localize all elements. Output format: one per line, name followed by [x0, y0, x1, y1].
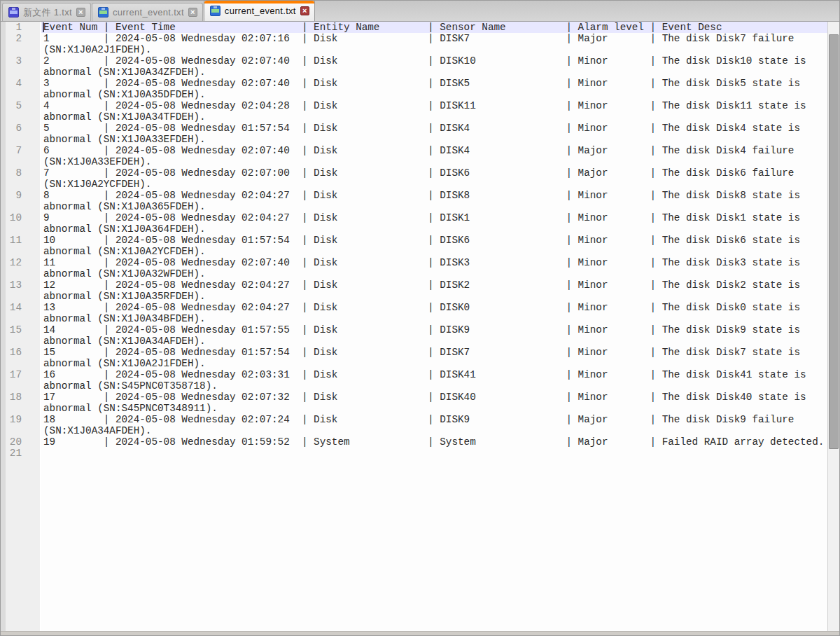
line-number: 13 — [1, 279, 41, 302]
editor-line[interactable]: 1918 | 2024-05-08 Wednesday 02:07:24 | D… — [1, 414, 827, 436]
tab-new-file-1[interactable]: 新文件 1.txt × — [2, 3, 91, 21]
tab-current-event-1[interactable]: current_event.txt × — [92, 3, 203, 21]
line-number: 21 — [1, 448, 41, 459]
editor-line[interactable]: 2019 | 2024-05-08 Wednesday 01:59:52 | S… — [1, 436, 827, 448]
line-number: 4 — [1, 78, 41, 100]
close-icon[interactable]: × — [300, 6, 309, 15]
editor-line[interactable]: 1211 | 2024-05-08 Wednesday 02:07:40 | D… — [1, 257, 827, 279]
editor-line[interactable]: 32 | 2024-05-08 Wednesday 02:07:40 | Dis… — [1, 55, 827, 78]
editor-line[interactable]: 1110 | 2024-05-08 Wednesday 01:57:54 | D… — [1, 235, 827, 257]
editor-line-text[interactable]: 8 | 2024-05-08 Wednesday 02:04:27 | Disk… — [41, 190, 827, 212]
editor-line-text[interactable]: 14 | 2024-05-08 Wednesday 01:57:55 | Dis… — [41, 324, 827, 347]
tab-current-event-2-active[interactable]: current_event.txt × — [204, 0, 315, 21]
editor-line-text[interactable]: 3 | 2024-05-08 Wednesday 02:07:40 | Disk… — [41, 78, 827, 100]
scrollbar-thumb[interactable] — [829, 34, 839, 449]
active-tab-accent-bar — [204, 1, 314, 4]
editor-empty-space[interactable] — [1, 459, 827, 631]
line-number: 17 — [1, 369, 41, 392]
line-number: 20 — [1, 436, 41, 448]
line-number: 3 — [1, 55, 41, 78]
line-number: 8 — [1, 167, 41, 190]
window-bottom-edge — [1, 631, 839, 635]
editor-line-text[interactable]: Event Num | Event Time | Entity Name | S… — [41, 22, 827, 33]
editor-line[interactable]: 98 | 2024-05-08 Wednesday 02:04:27 | Dis… — [1, 190, 827, 212]
vertical-scrollbar[interactable] — [827, 22, 839, 631]
tab-label: 新文件 1.txt — [23, 6, 72, 19]
editor-line[interactable]: 1615 | 2024-05-08 Wednesday 01:57:54 | D… — [1, 347, 827, 369]
editor-line[interactable]: 109 | 2024-05-08 Wednesday 02:04:27 | Di… — [1, 212, 827, 235]
editor-line[interactable]: 1716 | 2024-05-08 Wednesday 02:03:31 | D… — [1, 369, 827, 392]
editor-empty-text[interactable] — [41, 459, 827, 631]
editor-line-text[interactable]: 5 | 2024-05-08 Wednesday 01:57:54 | Disk… — [41, 123, 827, 145]
text-editor-window: 新文件 1.txt × current_event.txt × current_… — [0, 0, 840, 636]
editor-line[interactable]: 87 | 2024-05-08 Wednesday 02:07:00 | Dis… — [1, 167, 827, 190]
line-number: 1 — [1, 22, 41, 33]
line-number: 5 — [1, 100, 41, 123]
editor-line-text[interactable]: 11 | 2024-05-08 Wednesday 02:07:40 | Dis… — [41, 257, 827, 279]
editor-line-text[interactable]: 9 | 2024-05-08 Wednesday 02:04:27 | Disk… — [41, 212, 827, 235]
line-number: 2 — [1, 33, 41, 55]
line-number: 7 — [1, 145, 41, 167]
editor-line[interactable]: 43 | 2024-05-08 Wednesday 02:07:40 | Dis… — [1, 78, 827, 100]
editor-line[interactable]: 1514 | 2024-05-08 Wednesday 01:57:55 | D… — [1, 324, 827, 347]
editor-line-text[interactable]: 13 | 2024-05-08 Wednesday 02:04:27 | Dis… — [41, 302, 827, 324]
editor-line-text[interactable]: 1 | 2024-05-08 Wednesday 02:07:16 | Disk… — [41, 33, 827, 55]
editor-line-text[interactable]: 18 | 2024-05-08 Wednesday 02:07:24 | Dis… — [41, 414, 827, 436]
line-number: 9 — [1, 190, 41, 212]
tab-label: current_event.txt — [225, 6, 296, 16]
line-number: 19 — [1, 414, 41, 436]
close-icon[interactable]: × — [188, 8, 197, 17]
saved-file-icon — [210, 6, 220, 16]
close-icon[interactable]: × — [76, 8, 85, 17]
line-number: 18 — [1, 392, 41, 414]
text-caret — [43, 22, 44, 32]
line-number: 11 — [1, 235, 41, 257]
editor-line[interactable]: 1312 | 2024-05-08 Wednesday 02:04:27 | D… — [1, 279, 827, 302]
editor-line[interactable]: 1817 | 2024-05-08 Wednesday 02:07:32 | D… — [1, 392, 827, 414]
line-number: 14 — [1, 302, 41, 324]
saved-file-icon — [98, 7, 108, 18]
editor-line-text[interactable]: 12 | 2024-05-08 Wednesday 02:04:27 | Dis… — [41, 279, 827, 302]
editor-line-text[interactable]: 10 | 2024-05-08 Wednesday 01:57:54 | Dis… — [41, 235, 827, 257]
editor-line-text[interactable]: 19 | 2024-05-08 Wednesday 01:59:52 | Sys… — [41, 436, 827, 448]
editor-line[interactable]: 54 | 2024-05-08 Wednesday 02:04:28 | Dis… — [1, 100, 827, 123]
tab-label: current_event.txt — [113, 7, 184, 18]
tab-bar: 新文件 1.txt × current_event.txt × current_… — [1, 1, 839, 22]
line-number: 10 — [1, 212, 41, 235]
editor-area: 1Event Num | Event Time | Entity Name | … — [1, 22, 839, 631]
editor-line-text[interactable]: 16 | 2024-05-08 Wednesday 02:03:31 | Dis… — [41, 369, 827, 392]
editor-line[interactable]: 65 | 2024-05-08 Wednesday 01:57:54 | Dis… — [1, 123, 827, 145]
editor-line[interactable]: 21 — [1, 448, 827, 459]
line-number: 12 — [1, 257, 41, 279]
editor-line-text[interactable]: 15 | 2024-05-08 Wednesday 01:57:54 | Dis… — [41, 347, 827, 369]
line-number: 15 — [1, 324, 41, 347]
editor-line[interactable]: 21 | 2024-05-08 Wednesday 02:07:16 | Dis… — [1, 33, 827, 55]
editor-line-text[interactable]: 6 | 2024-05-08 Wednesday 02:07:40 | Disk… — [41, 145, 827, 167]
editor-text-area[interactable]: 1Event Num | Event Time | Entity Name | … — [1, 22, 827, 631]
line-number: 6 — [1, 123, 41, 145]
editor-line-text[interactable]: 7 | 2024-05-08 Wednesday 02:07:00 | Disk… — [41, 167, 827, 190]
editor-line-text[interactable] — [41, 448, 827, 459]
editor-line-text[interactable]: 2 | 2024-05-08 Wednesday 02:07:40 | Disk… — [41, 55, 827, 78]
editor-line[interactable]: 1413 | 2024-05-08 Wednesday 02:04:27 | D… — [1, 302, 827, 324]
editor-line-text[interactable]: 17 | 2024-05-08 Wednesday 02:07:32 | Dis… — [41, 392, 827, 414]
editor-line-text[interactable]: 4 | 2024-05-08 Wednesday 02:04:28 | Disk… — [41, 100, 827, 123]
gutter-filler — [1, 459, 41, 631]
editor-line[interactable]: 1Event Num | Event Time | Entity Name | … — [1, 22, 827, 33]
line-number: 16 — [1, 347, 41, 369]
saved-file-icon — [8, 7, 19, 18]
editor-line[interactable]: 76 | 2024-05-08 Wednesday 02:07:40 | Dis… — [1, 145, 827, 167]
